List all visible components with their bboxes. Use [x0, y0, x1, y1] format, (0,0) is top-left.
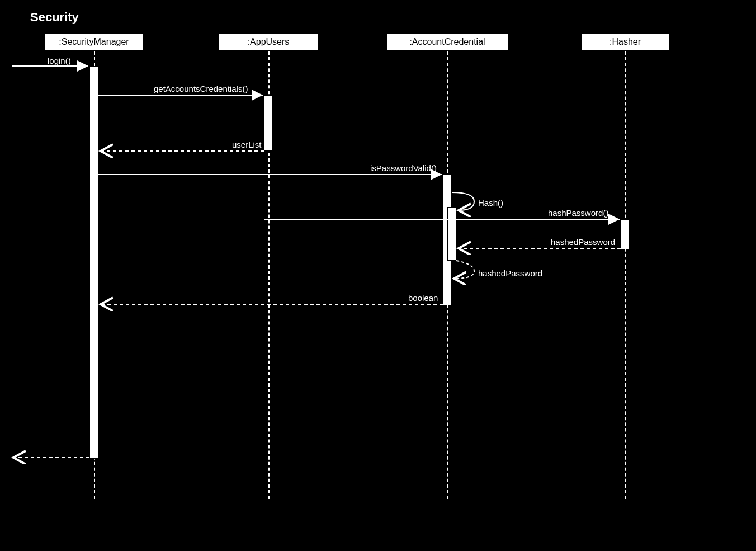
msg-hashed-password-2: hashedPassword [478, 269, 542, 278]
msg-hashed-password-1: hashedPassword [551, 237, 615, 247]
msg-hash-password: hashPassword() [548, 208, 608, 218]
activation-account-credential-inner [447, 207, 456, 261]
participant-security-manager: :SecurityManager [44, 32, 144, 51]
msg-hash: Hash() [478, 198, 503, 208]
participant-account-credential: :AccountCredential [386, 32, 509, 51]
msg-user-list: userList [232, 140, 262, 149]
activation-hasher [621, 219, 630, 249]
activation-security-manager [89, 66, 98, 459]
msg-login: login() [48, 56, 71, 65]
activation-app-users [264, 95, 273, 151]
msg-is-password-valid: isPasswordValid() [370, 163, 437, 173]
participant-app-users: :AppUsers [218, 32, 319, 51]
msg-get-accounts-credentials: getAccountsCredentials() [154, 84, 248, 93]
sequence-arrows [0, 0, 756, 551]
msg-boolean: boolean [408, 293, 438, 303]
participant-hasher: :Hasher [580, 32, 670, 51]
diagram-title: Security [30, 10, 79, 25]
lifeline-hasher [625, 51, 626, 499]
